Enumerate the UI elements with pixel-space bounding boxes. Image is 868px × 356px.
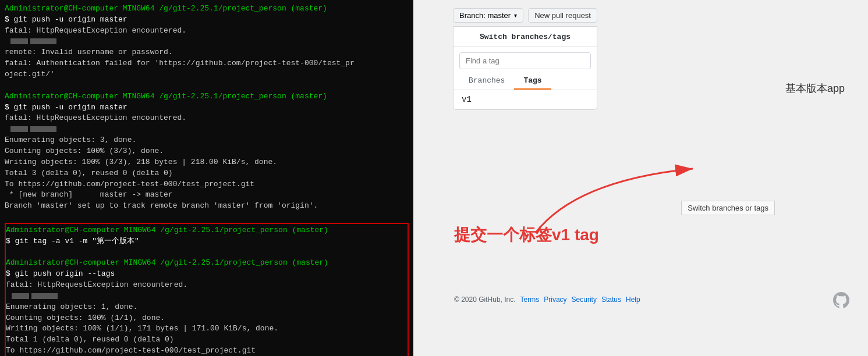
app-label: 基本版本app [785, 81, 845, 95]
popup-title: Switch branches/tags [454, 27, 597, 47]
branch-button[interactable]: Branch: master ▾ [453, 8, 523, 23]
new-pr-label: New pull request [534, 11, 591, 20]
tag-search-input[interactable] [459, 52, 591, 69]
branch-button-label: Branch: master [459, 11, 511, 20]
chevron-down-icon: ▾ [514, 12, 517, 19]
footer-link-help[interactable]: Help [626, 296, 640, 304]
footer-link-terms[interactable]: Terms [520, 296, 540, 304]
footer-link-security[interactable]: Security [572, 296, 597, 304]
tab-tags[interactable]: Tags [514, 73, 551, 90]
new-pull-request-button[interactable]: New pull request [528, 8, 597, 23]
right-panel: Branch: master ▾ New pull request Switch… [413, 0, 868, 356]
terminal-error: fatal: HttpRequestException encountered. [5, 26, 186, 35]
github-footer: © 2020 GitHub, Inc. Terms Privacy Securi… [454, 296, 640, 304]
github-octocat-icon [832, 291, 851, 309]
popup-tabs: Branches Tags [454, 73, 597, 90]
footer-link-privacy[interactable]: Privacy [544, 296, 566, 304]
terminal-red-section: Administrator@CH-computer MINGW64 /g/git… [5, 223, 409, 356]
github-popup: Branch: master ▾ New pull request Switch… [453, 5, 597, 110]
switch-annotation: Switch branches or tags [681, 201, 775, 215]
tag-list-item-v1[interactable]: v1 [454, 90, 597, 109]
footer-link-status[interactable]: Status [601, 296, 621, 304]
branch-dropdown: Switch branches/tags Branches Tags v1 [453, 26, 597, 110]
footer-copyright: © 2020 GitHub, Inc. [454, 296, 516, 304]
red-annotation: 提交一个标签v1 tag [454, 224, 599, 246]
tab-branches[interactable]: Branches [459, 73, 514, 90]
terminal-panel: Administrator@CH-computer MINGW64 /g/git… [0, 0, 413, 356]
terminal-prompt: Administrator@CH-computer MINGW64 /g/git… [5, 4, 327, 13]
terminal-command: $ git push -u origin master [5, 15, 127, 24]
